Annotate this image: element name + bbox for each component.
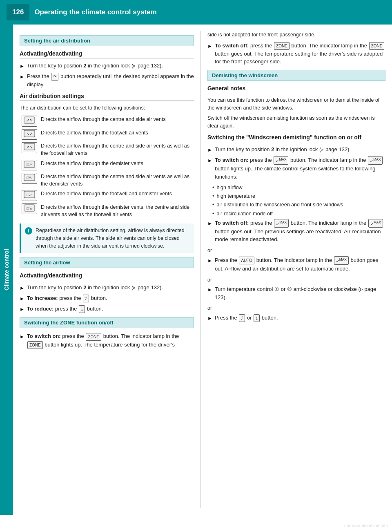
airflow-activating-title: Activating/deactivating: [20, 272, 194, 280]
arrow-icon: ►: [20, 63, 24, 70]
or-text-1: or: [207, 247, 385, 255]
or-text-3: or: [207, 304, 385, 312]
zone-switch-off: ► To switch off: press the ZONE button. …: [207, 42, 385, 66]
press-buttons: ► Press the ⤴ or ⤵ button.: [207, 314, 385, 322]
dot-icon: •: [212, 184, 214, 191]
dot-icon: •: [212, 192, 214, 200]
arrow-icon: ►: [20, 333, 24, 340]
section-demist-header: Demisting the windscreen: [207, 70, 385, 81]
or-press-buttons: ► Press the ⤴ or ⤵ button.: [207, 314, 385, 322]
airflow-bullet-2: ► To increase: press the ⤴ button.: [20, 294, 194, 302]
dist-icon-1: ↗↖: [22, 116, 37, 127]
general-notes-title: General notes: [207, 85, 385, 93]
dot-icon: •: [212, 210, 214, 217]
svg-text:↗↘: ↗↘: [26, 145, 33, 149]
dist-row-6: □↙ Directs the airflow through the footw…: [20, 189, 194, 202]
airflow-bullets: ► Turn the key to position 2 in the igni…: [20, 284, 194, 313]
dist-row-7: □↘ Directs the airflow through the demis…: [20, 202, 194, 219]
dist-button-icon: ↷: [51, 73, 58, 80]
arrow-icon: ►: [20, 73, 24, 80]
or-text-2: or: [207, 276, 385, 284]
demist-switch-on: ► To switch on: press the ↙MAX button. T…: [207, 156, 385, 181]
demist-turn-key: ► Turn the key to position 2 in the igni…: [207, 145, 385, 154]
svg-text:↘↙: ↘↙: [26, 132, 33, 136]
dist-svg-7: □↘: [24, 204, 35, 212]
dist-row-1: ↗↖ Directs the airflow through the centr…: [20, 114, 194, 128]
dist-icon-4: □↗: [22, 160, 37, 171]
reduce-final-button: ⤵: [254, 314, 260, 322]
header-bar: 126 Operating the climate control system: [0, 0, 392, 25]
zone-switch-on: ► To switch on: press the ZONE button. T…: [20, 332, 194, 349]
dist-svg-4: □↗: [24, 161, 35, 168]
or-auto: ► Press the AUTO button. The indicator l…: [207, 256, 385, 273]
dist-icon-3: ↗↘: [22, 142, 37, 153]
dist-icon-6: □↙: [22, 190, 37, 201]
zone-off-button: ZONE: [274, 42, 290, 50]
dist-icon-7: □↘: [22, 203, 37, 215]
subsection-activating-title: Activating/deactivating: [20, 50, 194, 58]
or-auto-bullet: ► Press the AUTO button. The indicator l…: [207, 256, 385, 273]
content-area: Setting the air distribution Activating/…: [13, 25, 392, 515]
airflow-bullet-3: ► To reduce: press the ⤵ button.: [20, 305, 194, 313]
dot-icon: •: [212, 201, 214, 208]
dist-row-4: □↗ Directs the airflow through the demis…: [20, 159, 194, 172]
demist-bullets: ► Turn the key to position 2 in the igni…: [207, 145, 385, 181]
dist-icon-5: □↖: [22, 173, 37, 184]
arrow-icon: ►: [20, 295, 24, 302]
max-on-lamp: ↙MAX: [368, 156, 383, 165]
svg-text:□↖: □↖: [27, 176, 32, 180]
max-on-button: ↙MAX: [274, 156, 288, 165]
turn-control: ► Turn temperature control ① or ⑧ anti-c…: [207, 285, 385, 301]
main-layout: Climate control Setting the air distribu…: [0, 25, 392, 515]
functions-list: • high airflow • high temperature • air …: [212, 184, 385, 217]
zone-off-lamp: ZONE: [369, 42, 385, 50]
reduce-button-icon: ⤵: [79, 305, 85, 313]
zone-lamp-icon: ZONE: [27, 341, 43, 349]
zone-continuation: side is not adopted for the front-passen…: [207, 31, 385, 39]
bullet-turn-key: ► Turn the key to position 2 in the igni…: [20, 62, 194, 70]
increase-button-icon: ⤴: [83, 295, 89, 302]
left-column: Setting the air distribution Activating/…: [13, 31, 201, 508]
windscreen-demist-title: Switching the "Windscreen demisting" fun…: [207, 134, 385, 142]
dist-svg-5: □↖: [24, 174, 35, 181]
zone-switch-off-bullet: ► To switch off: press the ZONE button. …: [207, 42, 385, 66]
section-air-distribution-header: Setting the air distribution: [20, 35, 194, 46]
svg-text:□↙: □↙: [27, 193, 32, 197]
dist-svg-3: ↗↘: [24, 143, 35, 150]
or-turn-control: ► Turn temperature control ① or ⑧ anti-c…: [207, 285, 385, 301]
section-zone-header: Switching the ZONE function on/off: [20, 317, 194, 328]
max-auto-lamp: ↙MAX: [334, 256, 349, 265]
zone-button-icon: ZONE: [86, 333, 101, 341]
max-off-button: ↙MAX: [274, 219, 289, 228]
bullet-press-button: ► Press the ↷ button repeatedly until th…: [20, 72, 194, 89]
demist-switch-off: ► To switch off: press the ↙MAX button. …: [207, 219, 385, 244]
right-column: side is not adopted for the front-passen…: [201, 31, 392, 508]
auto-button: AUTO: [239, 257, 254, 264]
watermark: carmanualsonline.info: [344, 523, 388, 528]
arrow-icon: ►: [207, 157, 212, 164]
svg-text:□↘: □↘: [27, 206, 32, 210]
func-recirculation: • air-recirculation mode off: [212, 210, 385, 217]
switch-off-info: Switch off the windscreen demisting func…: [207, 114, 385, 130]
info-box: i Regardless of the air distribution set…: [20, 224, 194, 253]
arrow-icon: ►: [207, 286, 212, 293]
func-high-temp: • high temperature: [212, 192, 385, 200]
arrow-icon: ►: [207, 315, 212, 322]
svg-text:□↗: □↗: [27, 163, 32, 167]
air-dist-settings-title: Air distribution settings: [20, 93, 194, 101]
func-air-dist: • air distribution to the windscreen and…: [212, 201, 385, 208]
distribution-table: ↗↖ Directs the airflow through the centr…: [20, 114, 194, 219]
general-notes-text: You can use this function to defrost the…: [207, 96, 385, 112]
arrow-icon: ►: [207, 257, 212, 264]
arrow-icon: ►: [20, 284, 24, 292]
func-high-airflow: • high airflow: [212, 184, 385, 191]
activating-bullets: ► Turn the key to position 2 in the igni…: [20, 62, 194, 89]
dist-row-3: ↗↘ Directs the airflow through the centr…: [20, 141, 194, 158]
arrow-icon: ►: [20, 306, 24, 313]
section-airflow-header: Setting the airflow: [20, 257, 194, 268]
dist-row-2: ↘↙ Directs the airflow through the footw…: [20, 128, 194, 141]
side-tab-label: Climate control: [0, 25, 13, 515]
dist-svg-6: □↙: [24, 191, 35, 198]
dist-row-5: □↖ Directs the airflow through the centr…: [20, 172, 194, 189]
page-title: Operating the climate control system: [34, 8, 156, 16]
